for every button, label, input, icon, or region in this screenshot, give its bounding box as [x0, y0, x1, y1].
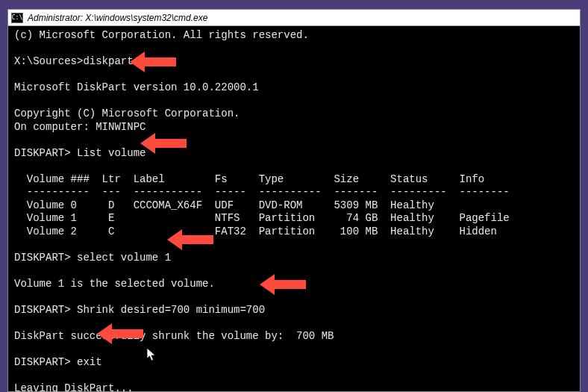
prompt-line: DISKPART> Shrink desired=700 minimum=700 [14, 304, 265, 316]
cmd-icon: C:\ [11, 13, 23, 23]
table-header: Volume ### Ltr Label Fs Type Size Status… [14, 173, 484, 185]
prompt-line: DISKPART> List volume [14, 147, 146, 159]
titlebar[interactable]: C:\ Administrator: X:\windows\system32\c… [8, 10, 580, 26]
terminal-output[interactable]: (c) Microsoft Corporation. All rights re… [8, 26, 580, 392]
table-row: Volume 1 E NTFS Partition 74 GB Healthy … [14, 212, 510, 224]
cmd-window: C:\ Administrator: X:\windows\system32\c… [7, 9, 581, 392]
text-line: Microsoft DiskPart version 10.0.22000.1 [14, 81, 259, 93]
prompt-line: DISKPART> exit [14, 356, 102, 368]
text-line: Copyright (C) Microsoft Corporation. [14, 108, 240, 119]
table-row: Volume 0 D CCCOMA_X64F UDF DVD-ROM 5309 … [14, 199, 434, 211]
text-line: (c) Microsoft Corporation. All rights re… [14, 29, 309, 41]
prompt-line: DISKPART> select volume 1 [14, 252, 171, 264]
text-line: DiskPart successfully shrunk the volume … [14, 330, 334, 342]
table-divider: ---------- --- ----------- ----- -------… [14, 186, 510, 198]
text-line: Leaving DiskPart... [14, 382, 134, 393]
prompt-line: X:\Sources>diskpart [14, 55, 134, 67]
window-title: Administrator: X:\windows\system32\cmd.e… [28, 13, 207, 23]
table-row: Volume 2 C FAT32 Partition 100 MB Health… [14, 225, 497, 237]
text-line: On computer: MINWINPC [14, 121, 146, 133]
text-line: Volume 1 is the selected volume. [14, 278, 215, 290]
